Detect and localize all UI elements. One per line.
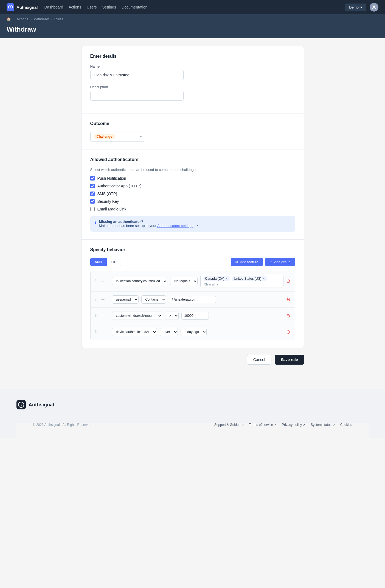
- behavior-section: Specify behavior AND OR ⊕ Add feature ⊕ …: [82, 240, 304, 348]
- field-select-4[interactable]: device.authenticatedAt: [112, 328, 157, 336]
- footer-bottom: © 2023 Authsignal - All Rights Reserved …: [16, 423, 369, 438]
- operator-select-2[interactable]: Contains: [141, 295, 166, 304]
- drag-handle-icon: ⠿: [95, 314, 98, 318]
- nav-dashboard[interactable]: Dashboard: [44, 5, 63, 9]
- name-input[interactable]: [90, 70, 184, 80]
- authenticators-section: Allowed authenticators Select which auth…: [82, 149, 304, 240]
- add-group-button[interactable]: ⊕ Add group: [265, 258, 295, 266]
- push-notification-checkbox[interactable]: [90, 176, 95, 181]
- table-row: ⠿ — user.email Contains ⊖: [91, 292, 295, 308]
- footer-privacy-link[interactable]: Privacy policy ↗: [282, 423, 305, 427]
- tag-canada: Canada (CA) ✕: [203, 276, 230, 281]
- info-box: ℹ Missing an authenticator? Make sure it…: [90, 216, 295, 232]
- auth-email-magic-link: Email Magic Link: [90, 207, 295, 211]
- save-rule-button[interactable]: Save rule: [275, 355, 304, 365]
- info-title: Missing an authenticator?: [99, 220, 143, 224]
- footer: Authsignal © 2023 Authsignal - All Right…: [0, 389, 385, 438]
- totp-checkbox[interactable]: [90, 184, 95, 188]
- field-select-2[interactable]: user.email: [112, 295, 139, 304]
- operator-select-4[interactable]: over: [160, 328, 178, 336]
- breadcrumb-rules: Rules: [54, 17, 63, 21]
- nav-users[interactable]: Users: [87, 5, 97, 9]
- value-input-3[interactable]: [181, 312, 209, 320]
- rules-container: ⠿ — ip.location.country.countryCode Not …: [90, 271, 295, 340]
- cancel-button[interactable]: Cancel: [247, 355, 272, 365]
- clear-all-button[interactable]: Clear all: [204, 283, 215, 286]
- add-buttons: ⊕ Add feature ⊕ Add group: [231, 258, 295, 266]
- rule-connector: —: [102, 314, 109, 317]
- breadcrumb: 🏠 › Actions › Withdraw › Rules: [0, 14, 385, 24]
- behavior-title: Specify behavior: [90, 247, 125, 252]
- drag-handle-icon: ⠿: [95, 297, 98, 302]
- drag-handle-icon: ⠿: [95, 330, 98, 334]
- nav-documentation[interactable]: Documentation: [122, 5, 147, 9]
- rule-connector: —: [102, 279, 109, 283]
- footer-support-link[interactable]: Support & Guides ↗: [214, 423, 244, 427]
- tag-remove-us[interactable]: ✕: [262, 277, 265, 281]
- outcome-select[interactable]: Challenge ▾: [90, 132, 145, 142]
- security-key-label: Security Key: [97, 199, 119, 204]
- field-select-3[interactable]: custom.withdrawalAmount: [112, 312, 162, 320]
- remove-rule-4-button[interactable]: ⊖: [286, 329, 290, 335]
- tag-remove-canada[interactable]: ✕: [225, 277, 228, 281]
- operator-select-1[interactable]: Not equals: [170, 277, 198, 285]
- value-input-2[interactable]: [169, 296, 216, 303]
- description-label: Description: [90, 85, 295, 89]
- footer-cookies-link[interactable]: Cookies: [340, 423, 352, 427]
- field-select-1[interactable]: ip.location.country.countryCode: [112, 277, 168, 285]
- external-link-icon: ↗: [241, 423, 244, 426]
- avatar: [370, 3, 378, 12]
- and-button[interactable]: AND: [90, 258, 107, 266]
- table-row: ⠿ — custom.withdrawalAmount > ⊖: [91, 308, 295, 324]
- navbar: Authsignal Dashboard Actions Users Setti…: [0, 0, 385, 14]
- external-link-icon: ↗: [196, 224, 198, 228]
- name-label: Name: [90, 64, 295, 68]
- auth-totp: Authenticator App (TOTP): [90, 184, 295, 188]
- external-link-icon: ↗: [303, 423, 305, 426]
- enter-details-section: Enter details Name Description: [82, 46, 304, 113]
- logo-text: Authsignal: [16, 5, 38, 10]
- logo-icon: [7, 3, 14, 11]
- footer-system-status-link[interactable]: System status ↗: [311, 423, 335, 427]
- outcome-section: Outcome Challenge ▾: [82, 113, 304, 149]
- home-icon[interactable]: 🏠: [7, 17, 11, 21]
- auth-sms: SMS (OTP): [90, 192, 295, 196]
- footer-brand-name: Authsignal: [29, 402, 54, 408]
- name-group: Name: [90, 64, 295, 80]
- breadcrumb-withdraw[interactable]: Withdraw: [34, 17, 49, 21]
- operator-select-3[interactable]: >: [165, 312, 179, 320]
- add-feature-button[interactable]: ⊕ Add feature: [231, 258, 263, 266]
- info-link-suffix: .: [194, 224, 195, 228]
- challenge-badge: Challenge: [94, 134, 115, 139]
- totp-label: Authenticator App (TOTP): [97, 184, 142, 188]
- and-or-group: AND OR: [90, 258, 122, 266]
- sms-checkbox[interactable]: [90, 192, 95, 196]
- nav-settings[interactable]: Settings: [102, 5, 116, 9]
- auth-security-key: Security Key: [90, 199, 295, 204]
- security-key-checkbox[interactable]: [90, 199, 95, 204]
- remove-rule-1-button[interactable]: ⊖: [286, 278, 290, 284]
- remove-rule-3-button[interactable]: ⊖: [286, 313, 290, 319]
- table-row: ⠿ — ip.location.country.countryCode Not …: [91, 271, 295, 292]
- value-select-4[interactable]: a day ago: [181, 328, 207, 336]
- enter-details-title: Enter details: [90, 54, 295, 59]
- breadcrumb-actions[interactable]: Actions: [16, 17, 28, 21]
- email-magic-link-checkbox[interactable]: [90, 207, 95, 211]
- breadcrumb-chevron-3: ›: [51, 17, 52, 21]
- authenticators-title: Allowed authenticators: [90, 157, 295, 162]
- remove-rule-2-button[interactable]: ⊖: [286, 296, 290, 303]
- footer-divider: [16, 416, 369, 416]
- breadcrumb-chevron-2: ›: [30, 17, 32, 21]
- rule-connector: —: [102, 330, 109, 334]
- description-input[interactable]: [90, 91, 184, 101]
- sms-label: SMS (OTP): [97, 192, 117, 196]
- footer-brand: Authsignal: [16, 400, 369, 409]
- demo-button[interactable]: Demo ▾: [345, 4, 366, 11]
- authenticators-settings-link[interactable]: Authenticators settings: [157, 224, 193, 228]
- email-magic-link-label: Email Magic Link: [97, 207, 127, 211]
- tags-dropdown-icon: ▾: [217, 283, 218, 286]
- plus-icon: ⊕: [235, 260, 238, 264]
- footer-terms-link[interactable]: Terms of service ↗: [249, 423, 276, 427]
- nav-actions[interactable]: Actions: [69, 5, 81, 9]
- or-button[interactable]: OR: [107, 258, 122, 266]
